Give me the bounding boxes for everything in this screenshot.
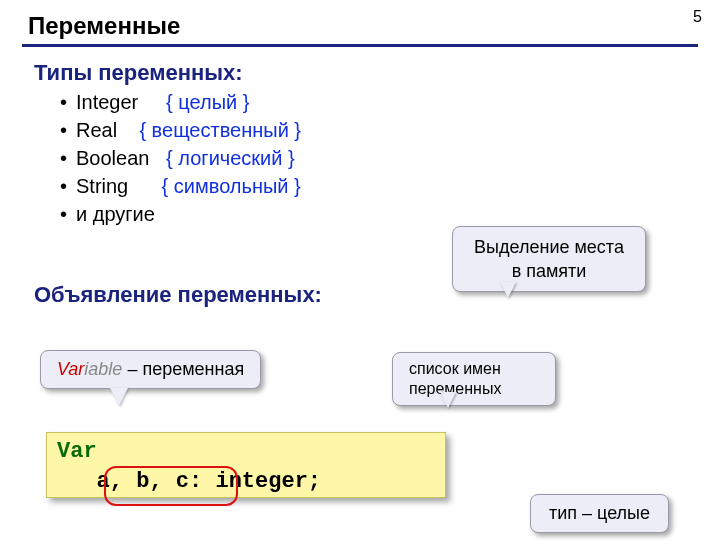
callout-pointer-icon — [500, 282, 516, 298]
types-list: •Integer { целый } •Real { вещественный … — [60, 88, 301, 228]
page-title: Переменные — [28, 12, 180, 40]
list-item: •String { символьный } — [60, 172, 301, 200]
callout-pointer-icon — [440, 392, 456, 408]
variable-suffix: iable — [84, 359, 122, 379]
section-types-heading: Типы переменных: — [34, 60, 243, 86]
variable-translation: – переменная — [122, 359, 244, 379]
list-item: •и другие — [60, 200, 301, 228]
list-item: •Real { вещественный } — [60, 116, 301, 144]
highlight-box-icon — [104, 466, 238, 506]
title-underline — [22, 44, 698, 47]
page-number: 5 — [693, 8, 702, 26]
callout-names-list: список имен переменных — [392, 352, 556, 406]
list-item: •Boolean { логический } — [60, 144, 301, 172]
callout-variable: Variable – переменная — [40, 350, 261, 389]
variable-prefix: Var — [57, 359, 84, 379]
section-declaration-heading: Объявление переменных: — [34, 282, 322, 308]
list-item: •Integer { целый } — [60, 88, 301, 116]
callout-memory: Выделение места в памяти — [452, 226, 646, 292]
callout-pointer-icon — [110, 388, 128, 406]
code-keyword: Var — [57, 439, 97, 464]
callout-type: тип – целые — [530, 494, 669, 533]
